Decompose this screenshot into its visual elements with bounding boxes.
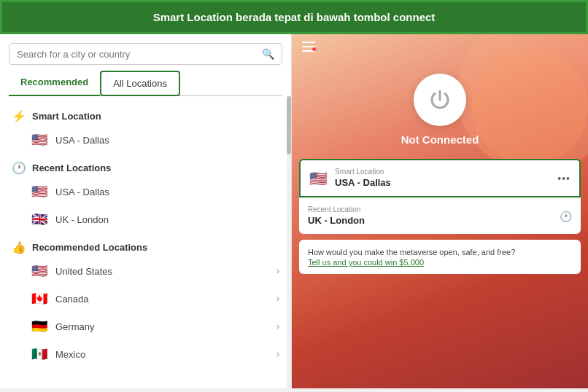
- recent-location-card[interactable]: Recent Location UK - London 🕐: [299, 197, 581, 234]
- hamburger-line-1: [302, 42, 315, 43]
- smart-card-flag: 🇺🇸: [309, 170, 328, 187]
- recent-clock-icon: 🕐: [560, 211, 572, 222]
- smart-card-info: Smart Location USA - Dallas: [335, 168, 550, 189]
- smart-location-card[interactable]: 🇺🇸 Smart Location USA - Dallas •••: [299, 159, 581, 197]
- bottom-ad: How would you make the metaverse open, s…: [299, 240, 581, 274]
- location-cards: 🇺🇸 Smart Location USA - Dallas ••• Recen…: [299, 159, 581, 234]
- rec-location-0: United States: [55, 266, 112, 277]
- recommended-item-1[interactable]: 🇨🇦 Canada ›: [0, 285, 291, 313]
- usa-flag-smart: 🇺🇸: [31, 132, 48, 148]
- rec-location-1: Canada: [55, 294, 89, 305]
- banner-text: Smart Location berada tepat di bawah tom…: [153, 11, 436, 23]
- not-connected-status: Not Connected: [401, 133, 479, 146]
- locations-list: ⚡ Smart Location 🇺🇸 USA - Dallas 🕐 Recen…: [0, 96, 291, 388]
- smart-location-item[interactable]: 🇺🇸 USA - Dallas: [0, 126, 291, 154]
- power-button[interactable]: [414, 74, 466, 126]
- tab-all-locations[interactable]: All Locations: [100, 71, 180, 96]
- recent-card-location: UK - London: [308, 215, 365, 226]
- recent-location-name-0: USA - Dallas: [55, 187, 109, 197]
- smart-card-label: Smart Location: [335, 168, 550, 176]
- tabs: Recommended All Locations: [9, 71, 282, 96]
- smart-location-title: Smart Location: [32, 111, 101, 122]
- canada-flag-rec: 🇨🇦: [31, 291, 48, 307]
- scrollbar-thumb[interactable]: [287, 96, 291, 154]
- clock-section-icon: 🕐: [12, 161, 26, 175]
- arrow-icon-1: ›: [276, 294, 279, 304]
- recommended-item-2[interactable]: 🇩🇪 Germany ›: [0, 313, 291, 340]
- ad-text: How would you make the metaverse open, s…: [308, 247, 572, 258]
- arrow-icon-0: ›: [276, 266, 279, 276]
- recent-location-name-1: UK - London: [55, 214, 109, 225]
- arrow-icon-3: ›: [276, 349, 279, 359]
- recommended-item-3[interactable]: 🇲🇽 Mexico ›: [0, 340, 291, 368]
- right-top-bar: [292, 34, 588, 59]
- usa-flag-recent: 🇺🇸: [31, 184, 48, 200]
- three-dots-icon[interactable]: •••: [557, 173, 570, 184]
- left-panel: 🔍 Recommended All Locations ⚡ Smart Loca…: [0, 34, 292, 388]
- notification-dot: [312, 47, 316, 51]
- search-bar: 🔍: [9, 43, 282, 65]
- main-container: 🔍 Recommended All Locations ⚡ Smart Loca…: [0, 34, 588, 388]
- search-icon: 🔍: [262, 48, 274, 60]
- thumbsup-icon: 👍: [12, 240, 26, 254]
- top-banner: Smart Location berada tepat di bawah tom…: [0, 0, 588, 34]
- tab-recommended[interactable]: Recommended: [9, 71, 100, 95]
- rec-location-3: Mexico: [55, 349, 85, 360]
- recommended-locations-title: Recommended Locations: [32, 242, 147, 253]
- mexico-flag-rec: 🇲🇽: [31, 346, 48, 362]
- uk-flag-recent: 🇬🇧: [31, 211, 48, 227]
- scrollbar-track: [287, 96, 291, 388]
- smart-location-section-header: ⚡ Smart Location: [0, 102, 291, 126]
- recent-card-info: Recent Location UK - London: [308, 205, 552, 227]
- recent-locations-section-header: 🕐 Recent Locations: [0, 154, 291, 178]
- power-icon-svg: [427, 87, 453, 113]
- recommended-item-0[interactable]: 🇺🇸 United States ›: [0, 257, 291, 285]
- germany-flag-rec: 🇩🇪: [31, 318, 48, 334]
- recommended-locations-section-header: 👍 Recommended Locations: [0, 233, 291, 257]
- recent-card-label: Recent Location: [308, 205, 552, 213]
- smart-card-location: USA - Dallas: [335, 177, 391, 188]
- recent-locations-title: Recent Locations: [32, 162, 111, 173]
- hamburger-container: [302, 42, 315, 52]
- usa-flag-rec: 🇺🇸: [31, 263, 48, 279]
- search-input[interactable]: [17, 49, 262, 60]
- rec-location-2: Germany: [55, 321, 94, 332]
- recent-location-item-0[interactable]: 🇺🇸 USA - Dallas: [0, 178, 291, 205]
- ad-link[interactable]: Tell us and you could win $5,000: [308, 258, 572, 267]
- lightning-icon: ⚡: [12, 109, 26, 123]
- power-area: Not Connected: [292, 59, 588, 153]
- recent-location-item-1[interactable]: 🇬🇧 UK - London: [0, 205, 291, 233]
- arrow-icon-2: ›: [276, 321, 279, 332]
- right-panel: Not Connected 🇺🇸 Smart Location USA - Da…: [292, 34, 588, 388]
- smart-location-name: USA - Dallas: [55, 135, 109, 146]
